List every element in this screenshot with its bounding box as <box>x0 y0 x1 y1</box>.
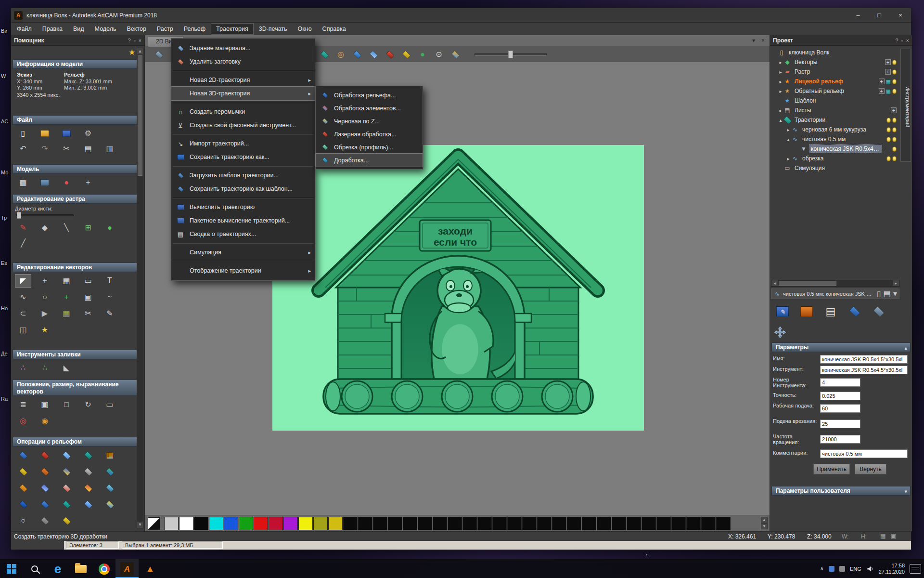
tree-item-cutout[interactable]: ∿ обрезка <box>772 154 898 163</box>
simulation-icon[interactable]: ▭ <box>784 165 790 171</box>
palette-scrollbar[interactable]: ▲ ▼ <box>761 517 768 530</box>
open-model-icon[interactable] <box>37 127 53 140</box>
feature-machining-icon[interactable] <box>322 105 328 111</box>
palette-swatch[interactable] <box>269 517 283 530</box>
menu-edit[interactable]: Правка <box>38 24 67 34</box>
speaker-icon[interactable] <box>866 565 874 573</box>
yellow-relief-icon[interactable] <box>58 514 75 527</box>
minimize-button[interactable]: – <box>847 8 869 22</box>
clip-region-icon[interactable]: ▭ <box>102 398 118 411</box>
tree-item-conic-tool[interactable]: ▼ коническая JSK R0.5x4.5°x30.5xl <box>772 144 898 154</box>
smooth-relief-icon[interactable] <box>58 448 75 462</box>
palette-swatch[interactable] <box>477 517 492 530</box>
scroll-down-icon[interactable]: ▼ <box>137 522 143 528</box>
revert-button[interactable]: Вернуть <box>855 464 886 474</box>
palette-swatch[interactable] <box>627 517 641 530</box>
tree-item-roughing[interactable]: ∿ черновая 6 мм кукуруза <box>772 125 898 134</box>
visibility-bulb-icon[interactable] <box>892 146 897 152</box>
palette-swatch[interactable] <box>522 517 537 530</box>
rotate-icon[interactable]: ↻ <box>80 398 96 411</box>
delete-toolpath-icon[interactable] <box>797 303 816 320</box>
menu-toolpath[interactable]: Траектория <box>211 24 253 34</box>
menu-raster[interactable]: Растр <box>152 24 178 34</box>
axes-icon[interactable]: + <box>80 176 96 189</box>
selected-toolpath-bar[interactable]: ∿ чистовая 0.5 мм: коническая JSK R0.5x4… <box>771 289 899 299</box>
palette-scroll-down-icon[interactable]: ▼ <box>761 523 768 529</box>
relief-grid-icon[interactable]: ▦ <box>886 79 891 84</box>
emboss-wizard-icon[interactable] <box>58 465 75 478</box>
visibility-bulb-icon[interactable] <box>892 137 897 142</box>
sphere-shading-icon[interactable]: ● <box>415 48 430 61</box>
eraser-icon[interactable]: ◆ <box>37 221 53 235</box>
menu-item-custom-tool[interactable]: ⊻Создать свой фасонный инструмент... <box>171 118 315 132</box>
flat-view-icon[interactable] <box>399 48 413 61</box>
extrude-relief-icon[interactable] <box>80 481 96 495</box>
section-model-info[interactable]: Информация о модели <box>13 59 143 69</box>
notification-center-icon[interactable] <box>910 564 921 574</box>
submenu-item-z-roughing[interactable]: Черновая по Z... <box>316 115 423 128</box>
tree-item-back-relief[interactable]: ★ Обратный рельеф+▦ <box>772 86 898 96</box>
feed-rate-input[interactable] <box>820 404 860 413</box>
tray-app-icon[interactable] <box>829 566 834 572</box>
vectors-icon[interactable]: ◆ <box>785 59 789 65</box>
material-palette-icon[interactable] <box>37 176 53 189</box>
combine-relief-icon[interactable] <box>102 465 118 478</box>
visibility-bulb-icon[interactable] <box>892 118 897 123</box>
tab-list-chevron-icon[interactable]: ▾ <box>752 37 755 44</box>
palette-swatch[interactable] <box>418 517 432 530</box>
section-fill-tools[interactable]: Инструменты заливки <box>13 350 143 359</box>
taskbar-vlc-icon[interactable]: ▲ <box>139 559 162 578</box>
palette-swatch[interactable] <box>358 517 372 530</box>
copy-icon[interactable]: ▤ <box>80 142 96 156</box>
free-draw-icon[interactable]: ✎ <box>102 307 118 320</box>
desktop-icon-label[interactable]: W <box>1 73 6 79</box>
palette-swatch[interactable] <box>433 517 447 530</box>
status-mini-sheet-icon[interactable]: ▣ <box>891 533 896 539</box>
menu-item-material-setup[interactable]: Задание материала... <box>171 41 315 55</box>
stack-relief-icon[interactable] <box>15 498 31 511</box>
taskbar-explorer-icon[interactable] <box>69 559 92 578</box>
tree-item-raster[interactable]: ▰ Растр+ <box>772 67 898 77</box>
toolpath-icon[interactable]: ∿ <box>775 291 780 297</box>
desktop-icon-label[interactable]: Тр <box>1 215 7 221</box>
submenu-item-machine-relief[interactable]: Обработка рельефа... <box>316 89 423 102</box>
palette-swatch[interactable] <box>209 517 223 530</box>
import-toolpath-icon[interactable]: ↘ <box>178 141 183 147</box>
palette-swatch[interactable] <box>239 517 253 530</box>
tray-expand-icon[interactable]: ∧ <box>820 565 824 572</box>
close-panel-icon[interactable]: × <box>906 38 909 43</box>
palette-swatch[interactable] <box>537 517 552 530</box>
section-raster-edit[interactable]: Редактирование растра <box>13 194 143 204</box>
save-toolpath-icon[interactable]: ✎ <box>773 303 792 320</box>
menu-item-save-toolpath-as[interactable]: Сохранить траекторию как... <box>171 150 315 164</box>
menu-help[interactable]: Справка <box>318 24 351 34</box>
section-model[interactable]: Модель <box>13 164 143 174</box>
palette-swatch[interactable] <box>597 517 611 530</box>
favorites-star-icon[interactable]: ★ <box>128 48 135 57</box>
paint-dot-icon[interactable]: ● <box>102 221 118 235</box>
tool-name-input[interactable] <box>820 355 908 364</box>
section-file[interactable]: Файл <box>13 115 143 125</box>
toolpaths-icon[interactable] <box>784 117 791 124</box>
flatten-relief-icon[interactable] <box>80 465 96 478</box>
palette-swatch[interactable] <box>313 517 328 530</box>
create-ellipse-icon[interactable]: ○ <box>37 290 53 304</box>
desktop-icon-label[interactable]: Но <box>1 305 8 311</box>
toolpath-notes-icon[interactable]: ▤ <box>821 303 840 320</box>
menu-3dprint[interactable]: 3D-печать <box>254 24 292 34</box>
color-layers-icon[interactable] <box>448 48 462 61</box>
desktop-icon-label[interactable]: AC <box>1 118 8 124</box>
palette-swatch[interactable] <box>462 517 477 530</box>
primary-secondary-color-swatch[interactable] <box>148 517 160 530</box>
palette-swatch[interactable] <box>343 517 358 530</box>
palette-swatch[interactable] <box>298 517 313 530</box>
preview-machining-icon[interactable] <box>317 48 332 61</box>
orbit-align-icon[interactable]: ◉ <box>37 414 53 428</box>
trim-vectors-icon[interactable]: ✂ <box>80 307 96 320</box>
pin-icon[interactable]: ▫ <box>134 38 136 43</box>
palette-swatch[interactable] <box>194 517 208 530</box>
tolerance-input[interactable] <box>820 392 860 400</box>
mirror-vectors-icon[interactable]: ◫ <box>15 323 31 337</box>
palette-swatch[interactable] <box>224 517 238 530</box>
menu-item-save-toolpath-template[interactable]: Сохранить траекторию как шаблон... <box>171 182 315 196</box>
